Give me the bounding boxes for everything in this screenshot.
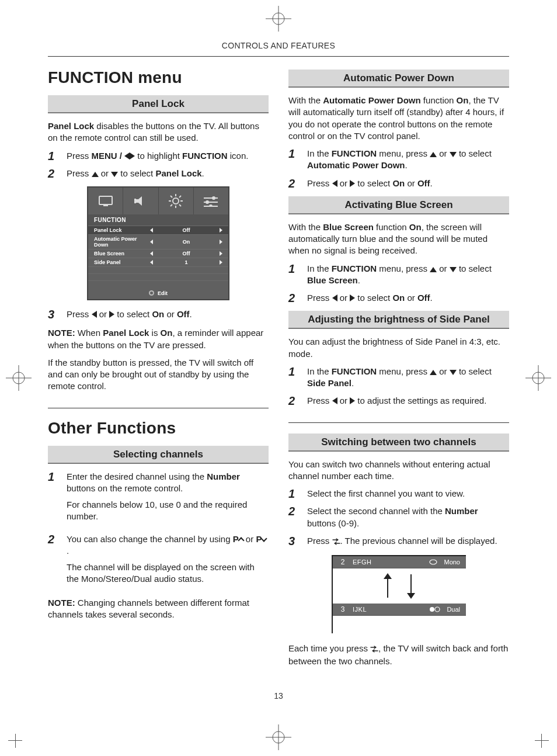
reg-mark-bottom	[266, 724, 291, 750]
osd-tab-setup-icon	[194, 188, 228, 214]
down-arrow-icon	[450, 267, 457, 272]
mono-icon	[429, 559, 438, 565]
svg-point-9	[532, 372, 544, 384]
sp-step-2: Press or to adjust the settings as requi…	[307, 395, 509, 407]
svg-rect-13	[103, 205, 108, 206]
section-rule	[48, 408, 269, 408]
svg-point-36	[430, 607, 434, 612]
swap-icon	[370, 644, 378, 656]
right-arrow-icon	[350, 294, 355, 301]
crop-mark-br	[528, 727, 549, 748]
svg-point-16	[173, 198, 179, 204]
step-number: 3	[288, 535, 299, 548]
panel-lock-note-2: If the standby button is pressed, the TV…	[48, 357, 269, 393]
subhead-selecting-channels: Selecting channels	[48, 446, 269, 464]
osd-footer: Edit	[88, 287, 228, 299]
ok-dot-icon	[149, 290, 154, 296]
top-rule	[48, 56, 509, 57]
step-1-body: Press MENU / to highlight FUNCTION icon.	[67, 150, 269, 162]
channel-band-top: 2 EFGH Mono	[333, 556, 466, 568]
svg-point-6	[13, 372, 25, 384]
crop-mark-bl	[8, 727, 29, 748]
down-arrow-icon	[450, 152, 457, 157]
apd-step-1: In the FUNCTION menu, press or to select…	[307, 148, 509, 172]
step-number: 2	[48, 168, 58, 179]
step-2-body: Press or to select Panel Lock.	[67, 168, 269, 179]
section-rule	[288, 422, 509, 423]
reg-mark-left	[6, 365, 32, 391]
osd-tab-sound-icon	[123, 188, 158, 214]
panel-lock-note: NOTE: When Panel Lock is On, a reminder …	[48, 327, 269, 351]
panel-lock-intro: Panel Lock disables the buttons on the T…	[48, 120, 269, 144]
sp-step-1: In the FUNCTION menu, press or to select…	[307, 366, 509, 390]
svg-marker-14	[135, 196, 142, 206]
svg-line-23	[179, 196, 181, 197]
left-arrow-icon	[92, 311, 97, 318]
step-number: 2	[288, 395, 299, 407]
arrow-down-icon	[405, 573, 417, 599]
reg-mark-right	[525, 365, 551, 391]
osd-row: Side Panel1	[88, 258, 228, 266]
reg-mark-top	[266, 6, 291, 32]
svg-point-31	[430, 560, 437, 564]
selch-step-2: You can also change the channel by using…	[67, 533, 269, 590]
osd-function-menu: FUNCTION Panel LockOff Automatic Power D…	[87, 186, 229, 300]
osd-row: Automatic Power DownOn	[88, 234, 228, 249]
svg-rect-15	[134, 199, 136, 203]
svg-line-21	[170, 196, 172, 197]
step-number: 2	[48, 533, 58, 590]
dual-icon	[429, 606, 441, 612]
left-arrow-icon	[124, 152, 130, 159]
svg-point-26	[212, 196, 215, 200]
channel-band-bottom: 3 IJKL Dual	[333, 604, 466, 616]
step-number: 1	[288, 488, 299, 500]
section-title-other-functions: Other Functions	[48, 419, 269, 438]
bs-step-1: In the FUNCTION menu, press or to select…	[307, 263, 509, 287]
side-panel-intro: You can adjust the brightness of Side Pa…	[288, 336, 509, 360]
svg-marker-35	[407, 593, 415, 599]
step-number: 2	[288, 505, 299, 529]
right-arrow-icon	[130, 152, 135, 159]
swap-icon	[332, 536, 340, 548]
osd-tab-function-icon	[159, 188, 194, 214]
step-3-body: Press or to select On or Off.	[67, 308, 269, 320]
svg-point-28	[206, 200, 209, 204]
svg-point-3	[273, 731, 284, 743]
subhead-panel-lock: Panel Lock	[48, 95, 269, 113]
left-arrow-icon	[332, 294, 337, 301]
blue-screen-intro: With the Blue Screen function On, the sc…	[288, 221, 509, 257]
step-number: 3	[48, 308, 58, 320]
osd-menu-label: FUNCTION	[88, 214, 228, 226]
channel-switch-figure: 2 EFGH Mono 3 IJKL Dual	[332, 555, 466, 633]
step-number: 1	[48, 471, 58, 528]
right-arrow-icon	[109, 311, 114, 318]
down-arrow-icon	[450, 370, 457, 375]
apd-intro: With the Automatic Power Down function O…	[288, 95, 509, 142]
up-arrow-icon	[92, 172, 99, 177]
bs-step-2: Press or to select On or Off.	[307, 292, 509, 304]
svg-line-22	[179, 204, 181, 206]
left-arrow-icon	[332, 397, 337, 404]
step-number: 2	[288, 178, 299, 189]
selch-step-1: Enter the desired channel using the Numb…	[67, 471, 269, 528]
svg-point-0	[273, 13, 284, 25]
osd-row: Panel LockOff	[88, 226, 228, 234]
apd-step-2: Press or to select On or Off.	[307, 178, 509, 189]
step-number: 1	[288, 263, 299, 287]
up-arrow-icon	[430, 370, 437, 375]
running-head: CONTROLS AND FEATURES	[48, 41, 509, 50]
page-number: 13	[48, 691, 509, 700]
switch-intro: You can switch two channels without ente…	[288, 459, 509, 483]
chevron-down-icon	[261, 535, 267, 542]
svg-rect-12	[99, 196, 112, 204]
arrow-up-icon	[382, 573, 394, 599]
svg-marker-33	[384, 573, 392, 579]
sw-step-1: Select the first channel you want to vie…	[307, 488, 509, 500]
osd-tab-picture-icon	[88, 188, 123, 214]
section-title-function-menu: FUNCTION menu	[48, 68, 269, 87]
svg-line-24	[170, 204, 172, 206]
right-arrow-icon	[350, 180, 355, 187]
selch-note: NOTE: Changing channels between differen…	[48, 597, 269, 621]
right-arrow-icon	[350, 397, 355, 404]
svg-point-37	[435, 607, 440, 612]
